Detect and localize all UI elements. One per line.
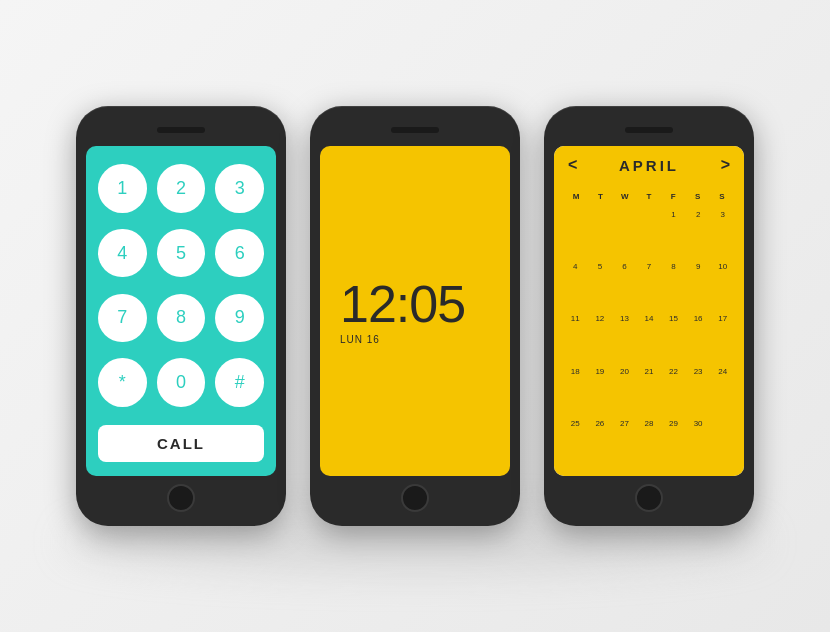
scene: 123456789*0# CALL 12:05 LUN 16: [0, 0, 830, 632]
calendar-day[interactable]: 30: [687, 416, 710, 466]
calendar-day[interactable]: 6: [613, 259, 636, 309]
calendar-day[interactable]: 2: [687, 207, 710, 257]
calendar-day[interactable]: 28: [638, 416, 661, 466]
calendar-days: 1234567891011121314151617181920212223242…: [564, 207, 734, 466]
dial-key-#[interactable]: #: [215, 358, 264, 407]
calendar-day[interactable]: 29: [662, 416, 685, 466]
calendar-day[interactable]: 8: [662, 259, 685, 309]
weekday-label: T: [637, 190, 661, 203]
calendar-next-button[interactable]: >: [721, 156, 730, 174]
calendar-day: [589, 207, 612, 257]
calendar-day[interactable]: 11: [564, 311, 587, 361]
dial-key-6[interactable]: 6: [215, 229, 264, 278]
dial-key-1[interactable]: 1: [98, 164, 147, 213]
dial-key-5[interactable]: 5: [157, 229, 206, 278]
dial-key-7[interactable]: 7: [98, 294, 147, 343]
calendar-screen: < APRIL > MTWTFSS 1234567891011121314151…: [554, 146, 744, 476]
phone-bottom-3: [554, 484, 744, 512]
calendar-day[interactable]: 25: [564, 416, 587, 466]
calendar-day[interactable]: 23: [687, 364, 710, 414]
calendar-prev-button[interactable]: <: [568, 156, 577, 174]
weekday-label: T: [588, 190, 612, 203]
calendar-day: [711, 416, 734, 466]
calendar-weekdays: MTWTFSS: [564, 190, 734, 203]
calendar-body: MTWTFSS 12345678910111213141516171819202…: [554, 184, 744, 476]
phone-speaker-1: [157, 127, 205, 133]
call-button[interactable]: CALL: [98, 425, 264, 462]
calendar-day[interactable]: 9: [687, 259, 710, 309]
calendar-header: < APRIL >: [554, 146, 744, 184]
calendar-day: [564, 207, 587, 257]
calendar-day: [613, 207, 636, 257]
calendar-month-label: APRIL: [619, 157, 679, 174]
dial-key-9[interactable]: 9: [215, 294, 264, 343]
clock-time: 12:05: [340, 278, 465, 330]
calendar-day[interactable]: 7: [638, 259, 661, 309]
dial-key-4[interactable]: 4: [98, 229, 147, 278]
calendar-day[interactable]: 24: [711, 364, 734, 414]
weekday-label: M: [564, 190, 588, 203]
calendar-day[interactable]: 15: [662, 311, 685, 361]
calendar-day: [638, 207, 661, 257]
home-button-3[interactable]: [635, 484, 663, 512]
phone-bottom-2: [320, 484, 510, 512]
weekday-label: W: [613, 190, 637, 203]
dial-key-2[interactable]: 2: [157, 164, 206, 213]
calendar-day[interactable]: 1: [662, 207, 685, 257]
clock-date: LUN 16: [340, 334, 380, 345]
calendar-day[interactable]: 4: [564, 259, 587, 309]
phone-speaker-2: [391, 127, 439, 133]
phone-dialer: 123456789*0# CALL: [76, 106, 286, 526]
calendar-day[interactable]: 12: [589, 311, 612, 361]
calendar-day[interactable]: 17: [711, 311, 734, 361]
calendar-day[interactable]: 19: [589, 364, 612, 414]
home-button-1[interactable]: [167, 484, 195, 512]
phone-calendar: < APRIL > MTWTFSS 1234567891011121314151…: [544, 106, 754, 526]
calendar-day[interactable]: 16: [687, 311, 710, 361]
phone-speaker-3: [625, 127, 673, 133]
calendar-day[interactable]: 5: [589, 259, 612, 309]
calendar-day[interactable]: 13: [613, 311, 636, 361]
calendar-day[interactable]: 3: [711, 207, 734, 257]
phone-top-3: [554, 120, 744, 140]
weekday-label: S: [710, 190, 734, 203]
calendar-day[interactable]: 21: [638, 364, 661, 414]
dialer-screen: 123456789*0# CALL: [86, 146, 276, 476]
calendar-day[interactable]: 10: [711, 259, 734, 309]
dial-grid: 123456789*0#: [98, 164, 264, 413]
phone-bottom-1: [86, 484, 276, 512]
weekday-label: S: [685, 190, 709, 203]
calendar-day[interactable]: 20: [613, 364, 636, 414]
clock-screen: 12:05 LUN 16: [320, 146, 510, 476]
dial-key-3[interactable]: 3: [215, 164, 264, 213]
calendar-day[interactable]: 26: [589, 416, 612, 466]
weekday-label: F: [661, 190, 685, 203]
calendar-day[interactable]: 18: [564, 364, 587, 414]
home-button-2[interactable]: [401, 484, 429, 512]
dial-key-*[interactable]: *: [98, 358, 147, 407]
dial-key-8[interactable]: 8: [157, 294, 206, 343]
calendar-day[interactable]: 14: [638, 311, 661, 361]
phone-top-2: [320, 120, 510, 140]
calendar-day[interactable]: 22: [662, 364, 685, 414]
dial-key-0[interactable]: 0: [157, 358, 206, 407]
calendar-day[interactable]: 27: [613, 416, 636, 466]
phone-top-1: [86, 120, 276, 140]
phone-clock: 12:05 LUN 16: [310, 106, 520, 526]
